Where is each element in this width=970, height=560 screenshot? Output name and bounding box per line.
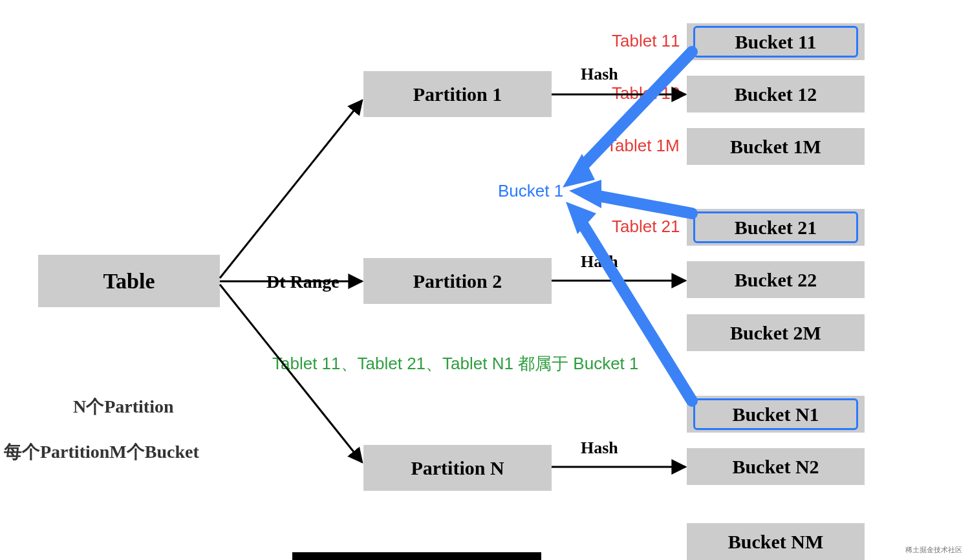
svg-marker-11 — [566, 202, 596, 234]
bucket-nm-box: Bucket NM — [687, 523, 865, 560]
bucket-1m-box: Bucket 1M — [687, 128, 865, 165]
green-note: Tablet 11、Tablet 21、Tablet N1 都属于 Bucket… — [272, 352, 639, 375]
partition-n-label: Partition N — [411, 457, 504, 479]
hash-label-2: Hash — [581, 252, 618, 272]
footer-bar — [292, 552, 541, 560]
svg-marker-7 — [563, 154, 595, 188]
note-line-1: N个Partition — [73, 394, 174, 419]
svg-marker-9 — [569, 180, 601, 208]
partition-1-box: Partition 1 — [363, 71, 552, 117]
bucket-1m-label: Bucket 1M — [730, 136, 821, 158]
svg-line-0 — [220, 100, 362, 278]
partition-1-label: Partition 1 — [413, 83, 502, 105]
bucket-12-label: Bucket 12 — [735, 83, 817, 105]
bucket-n2-label: Bucket N2 — [732, 456, 819, 478]
watermark: 稀土掘金技术社区 — [905, 545, 962, 555]
partition-2-label: Partition 2 — [413, 270, 502, 292]
bucket-22-label: Bucket 22 — [735, 269, 817, 291]
bucket-2m-box: Bucket 2M — [687, 314, 865, 351]
blue-arrow-from-bucket21 — [569, 180, 692, 213]
hash-label-3: Hash — [581, 438, 618, 458]
converge-label: Bucket 1 — [498, 181, 563, 201]
bucket-12-box: Bucket 12 — [687, 76, 865, 113]
tablet-11-label: Tablet 11 — [612, 31, 680, 51]
highlight-bucket-21 — [693, 211, 858, 243]
bucket-n2-box: Bucket N2 — [687, 448, 865, 485]
bucket-22-box: Bucket 22 — [687, 261, 865, 298]
note-line-2: 每个PartitionM个Bucket — [4, 440, 199, 464]
tablet-21-label: Tablet 21 — [612, 217, 680, 237]
tablet-1m-label: Tablet 1M — [607, 136, 680, 156]
table-label: Table — [103, 269, 155, 294]
highlight-bucket-n1 — [693, 398, 858, 430]
table-box: Table — [38, 255, 220, 307]
dt-range-label: Dt Range — [266, 272, 339, 292]
hash-label-1: Hash — [581, 65, 618, 84]
bucket-2m-label: Bucket 2M — [730, 322, 821, 344]
highlight-bucket-11 — [693, 26, 858, 58]
tablet-12-label: Tablet 12 — [612, 83, 680, 103]
partition-2-box: Partition 2 — [363, 258, 552, 304]
partition-n-box: Partition N — [363, 445, 552, 491]
bucket-nm-label: Bucket NM — [728, 531, 823, 553]
svg-line-8 — [595, 195, 692, 213]
